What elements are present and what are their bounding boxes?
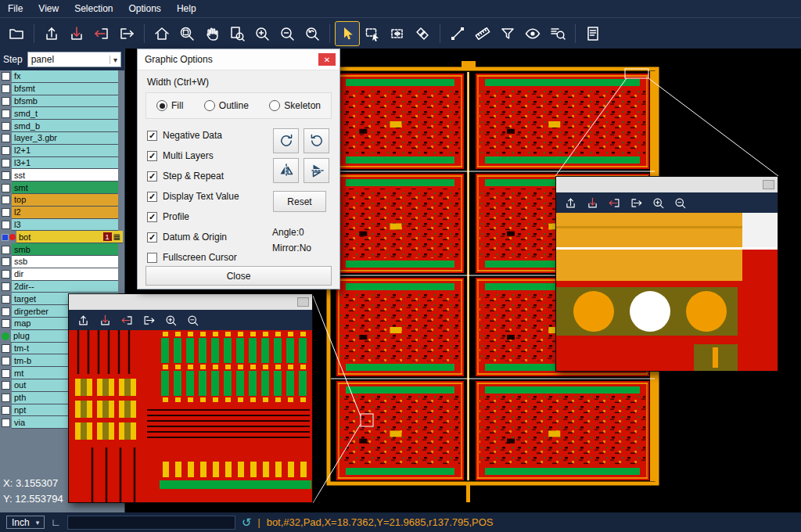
layer-name[interactable]: 2dir-- <box>12 281 118 293</box>
fillmode-fill[interactable]: Fill <box>156 100 183 111</box>
magnifier-window-1[interactable] <box>68 293 313 503</box>
layer-name[interactable]: bfsmt <box>12 83 118 95</box>
magnifier2-view[interactable] <box>556 213 778 371</box>
zoom-drag-button[interactable] <box>225 22 249 45</box>
layer-name[interactable]: dir <box>12 268 118 281</box>
layer-name[interactable]: l2 <box>12 207 118 219</box>
zoom-in-button[interactable] <box>250 22 274 45</box>
layer-row-smb[interactable]: smb <box>0 243 124 256</box>
layer-name[interactable]: smd_t <box>12 107 118 120</box>
menu-file[interactable]: File <box>0 0 31 17</box>
layer-visibility-checkbox[interactable] <box>2 246 10 254</box>
zoom-previous-button[interactable] <box>300 22 324 45</box>
step-dropdown[interactable]: panel ▾ <box>27 52 121 67</box>
fillmode-skeleton[interactable]: Skeleton <box>269 100 321 111</box>
unit-select[interactable]: Inch ▾ <box>6 516 45 529</box>
refresh-icon[interactable]: ↺ <box>242 516 252 528</box>
layer-visibility-checkbox[interactable] <box>2 319 10 328</box>
box-arrow-up-button[interactable] <box>562 195 578 210</box>
layer-name[interactable]: l3 <box>12 219 118 232</box>
option-display-text-value[interactable]: Display Text Value <box>147 189 239 203</box>
box-arrow-left-button[interactable] <box>606 195 622 210</box>
layer-row-l2+1[interactable]: l2+1 <box>0 145 124 157</box>
option-multi-layers[interactable]: Multi Layers <box>147 149 239 163</box>
layer-row-2dir--[interactable]: 2dir-- <box>0 281 124 293</box>
report-button[interactable] <box>581 22 605 45</box>
layer-visibility-checkbox[interactable] <box>2 110 10 118</box>
layer-visibility-checkbox[interactable] <box>2 221 10 229</box>
dialog-titlebar[interactable]: Graphic Options ✕ <box>138 49 339 70</box>
layer-name[interactable]: bfsmb <box>12 95 118 108</box>
reset-button[interactable]: Reset <box>273 191 326 212</box>
layer-name[interactable]: sst <box>12 169 118 182</box>
layer-visibility-checkbox[interactable] <box>2 184 10 192</box>
layer-visibility-checkbox[interactable] <box>2 146 10 155</box>
box-arrow-down-button[interactable] <box>584 195 600 210</box>
rotate-ccw-button[interactable] <box>304 128 329 153</box>
layer-name[interactable]: l3+1 <box>12 157 118 170</box>
layer-row-bfsmb[interactable]: bfsmb <box>0 95 124 108</box>
select-pointer-button[interactable] <box>336 22 359 45</box>
close-icon[interactable]: ✕ <box>318 53 336 66</box>
zoom-in-button[interactable] <box>163 312 178 328</box>
fillmode-outline[interactable]: Outline <box>204 100 249 111</box>
layer-visibility-checkbox[interactable] <box>2 369 10 378</box>
zoom-in-button[interactable] <box>650 195 666 210</box>
layer-visibility-checkbox[interactable] <box>2 419 10 427</box>
box-arrow-up-button[interactable] <box>40 22 63 45</box>
open-folder-button[interactable] <box>5 22 28 45</box>
magnifier2-titlebar[interactable] <box>556 177 778 192</box>
box-arrow-left-button[interactable] <box>90 22 113 45</box>
ruler-button[interactable] <box>471 22 494 45</box>
zoom-out-button[interactable] <box>185 312 200 328</box>
zoom-area-button[interactable] <box>175 22 199 45</box>
box-arrow-right-button[interactable] <box>141 312 156 328</box>
box-arrow-right-button[interactable] <box>628 195 644 210</box>
option-profile[interactable]: Profile <box>147 210 239 224</box>
select-transform-button[interactable] <box>386 22 409 45</box>
zoom-out-button[interactable] <box>275 22 299 45</box>
window-button-icon[interactable] <box>297 297 309 307</box>
layer-visibility-checkbox[interactable] <box>2 295 10 304</box>
layer-row-bfsmt[interactable]: bfsmt <box>0 83 124 95</box>
layer-row-l3+1[interactable]: l3+1 <box>0 157 124 170</box>
option-datum-origin[interactable]: Datum & Origin <box>147 230 239 244</box>
layer-row-smt[interactable]: smt <box>0 182 124 194</box>
layer-visibility-checkbox[interactable] <box>2 381 10 390</box>
layer-visibility-checkbox[interactable] <box>2 357 10 365</box>
menu-view[interactable]: View <box>31 0 66 17</box>
layer-visibility-checkbox[interactable] <box>2 171 10 180</box>
layer-visibility-checkbox[interactable] <box>2 134 10 142</box>
filter-button[interactable] <box>496 22 519 45</box>
line-tool-button[interactable] <box>446 22 469 45</box>
pan-hand-button[interactable] <box>200 22 224 45</box>
find-pattern-button[interactable] <box>546 22 569 45</box>
layer-visibility-checkbox[interactable] <box>2 196 10 204</box>
option-step-repeat[interactable]: Step & Repeat <box>147 169 239 183</box>
box-arrow-down-button[interactable] <box>65 22 88 45</box>
layer-visibility-checkbox[interactable] <box>2 344 10 353</box>
layer-visibility-checkbox[interactable] <box>2 97 10 106</box>
zoom-out-button[interactable] <box>672 195 688 210</box>
option-negative-data[interactable]: Negative Data <box>147 128 239 142</box>
magnifier1-titlebar[interactable] <box>69 294 312 310</box>
layer-row-smd_b[interactable]: smd_b <box>0 120 124 132</box>
mirror-vertical-button[interactable] <box>304 158 329 183</box>
layer-visibility-checkbox[interactable] <box>2 84 10 93</box>
layer-visibility-checkbox[interactable] <box>2 282 10 291</box>
layer-name[interactable]: smd_b <box>12 120 118 132</box>
home-button[interactable] <box>150 22 174 45</box>
layer-name[interactable]: top <box>12 194 118 207</box>
layer-name[interactable]: fx <box>12 70 118 83</box>
option-fullscreen-cursor[interactable]: Fullscreen Cursor <box>147 250 239 264</box>
layer-row-l2[interactable]: l2 <box>0 207 124 219</box>
menu-help[interactable]: Help <box>169 0 204 17</box>
mirror-horizontal-button[interactable] <box>273 158 299 183</box>
layer-visibility-checkbox[interactable] <box>2 257 10 266</box>
layer-visibility-checkbox[interactable] <box>2 208 10 217</box>
layer-visibility-checkbox[interactable] <box>2 159 10 167</box>
layer-row-smd_t[interactable]: smd_t <box>0 107 124 120</box>
layer-visibility-checkbox[interactable] <box>2 406 10 415</box>
layer-name[interactable]: ssb <box>12 256 118 268</box>
layer-name[interactable]: bot1▦ <box>16 231 123 243</box>
